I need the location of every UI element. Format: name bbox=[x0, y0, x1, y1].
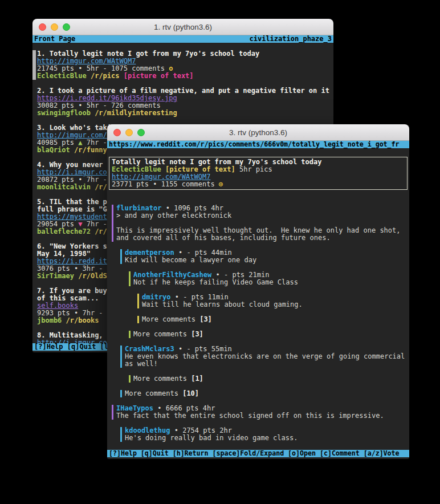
comment-meta: • 6666 pts 4hr bbox=[153, 405, 215, 412]
comment-body: He's doing really bad in video game clas… bbox=[125, 434, 409, 442]
post-author[interactable]: SirTimaey bbox=[37, 273, 74, 280]
post-subreddit[interactable]: /r/OldS bbox=[74, 273, 107, 280]
post-subreddit[interactable]: /r/ bbox=[91, 228, 107, 235]
window-title: 1. rtv (python3.6) bbox=[154, 23, 212, 31]
comment-author[interactable]: CrashMclars3 bbox=[125, 346, 174, 353]
post-author[interactable]: swingingfloob bbox=[37, 109, 91, 117]
comment-dementperson[interactable]: dementperson • - pts 44min Kid will beco… bbox=[120, 249, 409, 264]
more-comments[interactable]: More comments [1] bbox=[129, 375, 409, 383]
status-header-bar: Front Page civilization_phaze_3 bbox=[32, 35, 333, 43]
more-comments-label: More comments bbox=[133, 331, 191, 338]
comment-body: and covered all of his bases, including … bbox=[116, 234, 409, 242]
comment-meta: • 2754 pts 2hr bbox=[170, 427, 231, 434]
comment-body: Not if he keeps failing Video Game Class bbox=[133, 279, 409, 286]
close-button[interactable] bbox=[39, 23, 46, 31]
comment-body: Kid will become a lawyer one day bbox=[125, 257, 409, 264]
post-subreddit[interactable]: /r/pics bbox=[87, 72, 124, 80]
comment-author[interactable]: AnotherFilthyCashew bbox=[133, 271, 211, 279]
more-comments[interactable]: More comments [3] bbox=[137, 316, 409, 323]
more-comments-label: More comments bbox=[125, 390, 182, 397]
comment-author[interactable]: kdoodlethug bbox=[125, 427, 170, 434]
submission-author[interactable]: EclecticBlue bbox=[112, 166, 161, 173]
comment-meta: • - pts 11min bbox=[171, 294, 229, 301]
terminal-comments: https://www.reddit.com/r/pics/comments/6… bbox=[107, 141, 409, 459]
comment-anotherfilthycashew[interactable]: AnotherFilthyCashew • - pts 21min Not if… bbox=[129, 271, 409, 286]
titlebar-front[interactable]: 3. rtv (python3.6) bbox=[107, 124, 409, 141]
post-subreddit[interactable]: /r/funny bbox=[70, 147, 107, 154]
comment-list: flurbinator • 1096 pts 4hr > and any oth… bbox=[107, 205, 409, 442]
submission-flair: [picture of text] bbox=[161, 166, 235, 173]
zoom-button[interactable] bbox=[63, 23, 70, 31]
selected-post-indicator bbox=[32, 50, 36, 80]
post-author[interactable]: moonlitcalvin bbox=[37, 184, 91, 191]
window-comments[interactable]: 3. rtv (python3.6) https://www.reddit.co… bbox=[107, 124, 409, 459]
comment-author[interactable]: IHaeTypos bbox=[116, 405, 153, 412]
more-comments-count: [3] bbox=[199, 316, 212, 323]
page-title: Front Page bbox=[34, 35, 75, 43]
submission-title: Totally legit note I got from my 7yo's s… bbox=[112, 158, 405, 166]
comment-blank-line bbox=[116, 220, 409, 227]
more-comments[interactable]: More comments [3] bbox=[129, 331, 409, 338]
post-author[interactable]: jbomb6 bbox=[37, 317, 62, 324]
comment-meta: • - pts 21min bbox=[211, 271, 269, 279]
post-subreddit[interactable]: /r/mildlyinteresting bbox=[91, 109, 177, 117]
comment-body: as well! bbox=[125, 360, 409, 368]
comment-quote: > and any other elecktronick bbox=[116, 212, 409, 220]
more-comments-label: More comments bbox=[133, 375, 191, 383]
post-flair: [picture of text] bbox=[124, 72, 194, 80]
comment-body: The fact that the entire school signed o… bbox=[116, 412, 409, 420]
submission-box[interactable]: Totally legit note I got from my 7yo's s… bbox=[109, 157, 408, 190]
post-1[interactable]: 1. Totally legit note I got from my 7yo'… bbox=[32, 50, 333, 80]
gilded-icon: ⊙ bbox=[219, 181, 223, 188]
post-2[interactable]: 2. I took a picture of a film negative, … bbox=[32, 87, 333, 117]
more-comments-count: [10] bbox=[182, 390, 199, 397]
post-author[interactable]: ballefleche72 bbox=[37, 228, 91, 235]
comment-flurbinator[interactable]: flurbinator • 1096 pts 4hr > and any oth… bbox=[112, 205, 409, 242]
comment-body: Wait till he learns about cloud gaming. bbox=[142, 301, 409, 308]
comment-body: This is impressively well thought out. H… bbox=[116, 227, 409, 234]
post-stats: 40985 pts bbox=[37, 139, 78, 147]
post-link[interactable]: http://imgur.com/WAtWQM7 bbox=[37, 58, 136, 65]
comment-dmitryo[interactable]: dmitryo • - pts 11min Wait till he learn… bbox=[137, 294, 409, 308]
minimize-button[interactable] bbox=[51, 23, 58, 31]
titlebar-back[interactable]: 1. rtv (python3.6) bbox=[32, 19, 333, 35]
submission-meta: 5hr pics bbox=[235, 166, 272, 173]
more-comments-label: More comments bbox=[142, 316, 199, 323]
comment-author[interactable]: flurbinator bbox=[116, 205, 161, 212]
comment-crashmclars3[interactable]: CrashMclars3 • - pts 55min He even knows… bbox=[120, 346, 409, 368]
post-stats: 21745 pts • 5hr - 1075 comments bbox=[37, 65, 169, 72]
window-title: 3. rtv (python3.6) bbox=[229, 128, 287, 137]
gilded-icon: o bbox=[169, 65, 173, 72]
comment-meta: • - pts 55min bbox=[174, 346, 232, 353]
post-link[interactable]: https://mystudent bbox=[37, 213, 107, 221]
comment-meta: • 1096 pts 4hr bbox=[161, 205, 223, 212]
zoom-button[interactable] bbox=[137, 129, 145, 136]
submission-link[interactable]: http://imgur.com/WAtWQM7 bbox=[112, 173, 210, 181]
comment-author[interactable]: dementperson bbox=[125, 249, 174, 257]
comment-ihaetypos[interactable]: IHaeTypos • 6666 pts 4hr The fact that t… bbox=[112, 405, 409, 420]
post-subreddit[interactable]: /r/ bbox=[91, 184, 107, 191]
sort-tabs: [1]hot[2]top[3]rising[4]new[5]controvers… bbox=[107, 148, 409, 156]
minimize-button[interactable] bbox=[125, 129, 133, 136]
sort-tabs: [1]hot[2]top[3]rising[4]new[5]controvers… bbox=[32, 43, 333, 50]
more-comments-count: [1] bbox=[191, 375, 203, 383]
help-footer-bar: [?]Help [q]Quit [h]Return [space]Fold/Ex… bbox=[107, 450, 409, 457]
traffic-lights bbox=[113, 124, 145, 140]
post-link[interactable]: self.books bbox=[37, 302, 78, 310]
post-stats: 29054 pts bbox=[37, 221, 78, 228]
post-author[interactable]: blaQriot bbox=[37, 147, 70, 154]
comment-kdoodlethug[interactable]: kdoodlethug • 2754 pts 2hr He's doing re… bbox=[120, 427, 409, 442]
post-title: 2. I took a picture of a film negative, … bbox=[37, 87, 333, 95]
post-link[interactable]: http://imgur.com/ bbox=[37, 132, 107, 139]
post-link[interactable]: https://i.redd.it/96ikd35djesy.jpg bbox=[37, 95, 177, 102]
post-link[interactable]: http://i.imgur.co bbox=[37, 169, 107, 176]
post-stats: 30082 pts • 5hr - 726 comments bbox=[37, 102, 333, 109]
post-subreddit[interactable]: /r/books bbox=[62, 317, 99, 324]
comment-body: He even knows that electronicks are on t… bbox=[125, 353, 409, 360]
more-comments[interactable]: More comments [10] bbox=[120, 390, 409, 397]
close-button[interactable] bbox=[113, 129, 121, 136]
post-author[interactable]: EclecticBlue bbox=[37, 72, 87, 80]
post-link[interactable]: https://i.redd.it bbox=[37, 258, 107, 265]
post-title: 1. Totally legit note I got from my 7yo'… bbox=[37, 50, 333, 58]
comment-author[interactable]: dmitryo bbox=[142, 294, 171, 301]
